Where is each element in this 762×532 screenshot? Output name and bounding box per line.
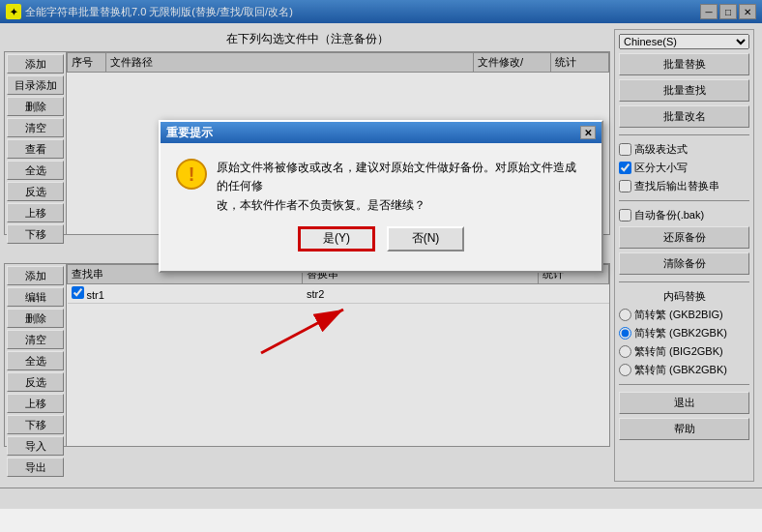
- dialog-icon-row: ! 原始文件将被修改或改名，建议对原始文件做好备份。对原始文件造成的任何修 改，…: [176, 159, 586, 215]
- warning-dialog: 重要提示 ✕ ! 原始文件将被修改或改名，建议对原始文件做好备份。对原始文件造成…: [159, 120, 603, 273]
- svg-line-1: [261, 310, 343, 353]
- red-arrow: [251, 300, 367, 358]
- warning-icon: !: [176, 159, 207, 190]
- dialog-message: 原始文件将被修改或改名，建议对原始文件做好备份。对原始文件造成的任何修 改，本软…: [217, 159, 586, 215]
- dialog-no-button[interactable]: 否(N): [387, 226, 464, 251]
- dialog-title: 重要提示: [166, 125, 580, 141]
- dialog-close-button[interactable]: ✕: [580, 126, 596, 139]
- dialog-overlay: 重要提示 ✕ ! 原始文件将被修改或改名，建议对原始文件做好备份。对原始文件造成…: [0, 0, 762, 509]
- main-window: ✦ 全能字符串批量替换机7.0 无限制版(替换/查找/取回/改名) ─ □ ✕ …: [0, 0, 762, 509]
- dialog-message-line2: 改，本软件作者不负责恢复。是否继续？: [217, 198, 425, 212]
- dialog-yes-button[interactable]: 是(Y): [298, 226, 375, 251]
- dialog-title-bar: 重要提示 ✕: [161, 122, 601, 143]
- dialog-content: ! 原始文件将被修改或改名，建议对原始文件做好备份。对原始文件造成的任何修 改，…: [161, 143, 601, 271]
- dialog-message-line1: 原始文件将被修改或改名，建议对原始文件做好备份。对原始文件造成的任何修: [217, 161, 576, 192]
- dialog-buttons: 是(Y) 否(N): [176, 226, 586, 259]
